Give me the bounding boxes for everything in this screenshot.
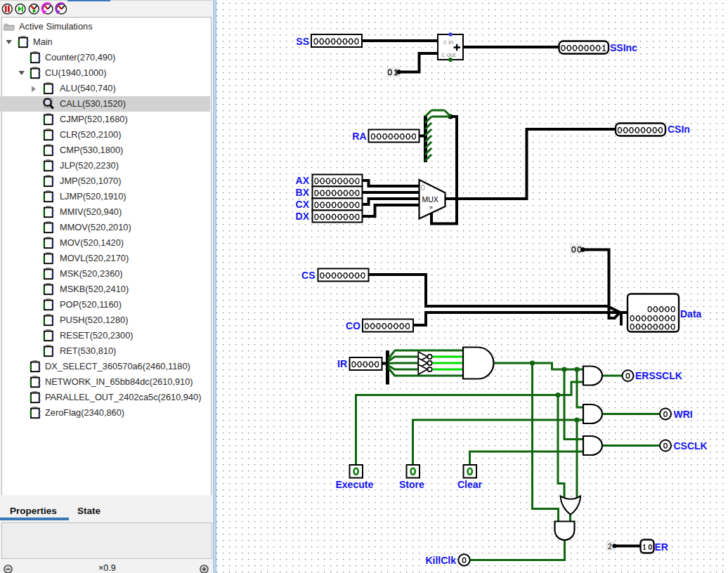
svg-text:SSInc: SSInc xyxy=(610,42,637,53)
svg-text:SS: SS xyxy=(296,36,309,47)
svg-text:2: 2 xyxy=(608,542,612,551)
svg-text:RA: RA xyxy=(352,131,366,142)
svg-text:WRI: WRI xyxy=(674,409,693,420)
svg-text:KillClk: KillClk xyxy=(425,555,456,566)
svg-text:BX: BX xyxy=(296,187,310,198)
svg-text:Data: Data xyxy=(680,308,702,320)
svg-text:Store: Store xyxy=(399,479,424,490)
svg-text:0: 0 xyxy=(421,183,425,192)
svg-text:DX: DX xyxy=(296,211,310,222)
svg-text:c in: c in xyxy=(443,39,453,46)
svg-text:ERSSCLK: ERSSCLK xyxy=(635,370,682,381)
svg-text:CS: CS xyxy=(301,270,315,281)
svg-text:CO: CO xyxy=(346,320,360,331)
svg-text:Clear: Clear xyxy=(457,479,483,490)
svg-text:IR: IR xyxy=(337,358,347,369)
svg-text:CSCLK: CSCLK xyxy=(674,440,708,452)
svg-text:AX: AX xyxy=(296,175,310,186)
svg-text:Execute: Execute xyxy=(336,479,374,490)
svg-text:MUX: MUX xyxy=(422,195,438,204)
svg-text:c out: c out xyxy=(442,51,456,58)
svg-text:CX: CX xyxy=(296,199,310,210)
svg-text:CSIn: CSIn xyxy=(668,124,690,135)
svg-text:ER: ER xyxy=(655,541,668,553)
